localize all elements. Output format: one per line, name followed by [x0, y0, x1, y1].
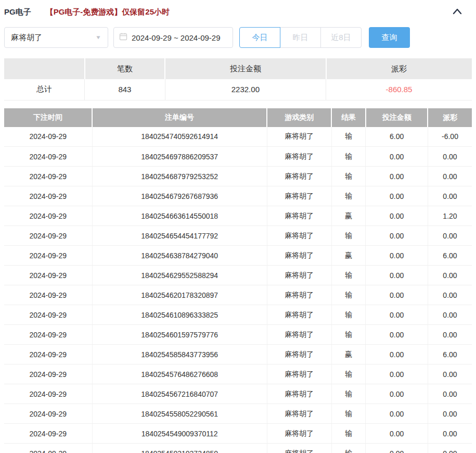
- payout-cell: 6.00: [428, 345, 472, 364]
- table-row: 2024-09-291840254654454177792麻将胡了输0.000.…: [4, 226, 472, 246]
- payout-cell: 0.00: [428, 226, 472, 246]
- bet-id-cell: 1840254576486276608: [92, 364, 267, 384]
- bet-amount-cell: 0.00: [366, 424, 428, 444]
- result-cell: 输: [331, 364, 366, 384]
- result-cell: 赢: [331, 206, 366, 226]
- bet-id-cell: 1840254654454177792: [92, 226, 267, 246]
- summary-header-bet-amount: 投注金额: [165, 58, 326, 79]
- bet-id-cell: 1840254740592614914: [92, 127, 267, 147]
- date-range-picker[interactable]: 2024-09-29 ~ 2024-09-29: [113, 27, 233, 48]
- payout-cell: 6.00: [428, 246, 472, 266]
- bet-amount-cell: 0.00: [366, 305, 428, 325]
- payout-cell: 0.00: [428, 364, 472, 384]
- result-cell: 输: [331, 444, 366, 453]
- summary-total-row: 总计 843 2232.00 -860.85: [4, 79, 472, 100]
- bet-id-cell: 1840254558052290561: [92, 404, 267, 424]
- bet-id-cell: 1840254567216840707: [92, 384, 267, 404]
- bet-time-cell: 2024-09-29: [4, 384, 92, 404]
- result-cell: 赢: [331, 345, 366, 364]
- table-row: 2024-09-291840254576486276608麻将胡了输0.000.…: [4, 364, 472, 384]
- bet-amount-cell: 0.00: [366, 285, 428, 305]
- bet-amount-cell: 0.00: [366, 206, 428, 226]
- bet-table-body: 2024-09-291840254740592614914麻将胡了输6.00-6…: [4, 127, 472, 453]
- bet-record-panel: PG电子 【PG电子-免费游戏】仅保留25小时 麻将胡了 ▼ 2024-09-2…: [0, 0, 476, 453]
- yesterday-button[interactable]: 昨日: [280, 27, 321, 48]
- bet-amount-cell: 0.00: [366, 404, 428, 424]
- column-payout: 派彩: [428, 108, 472, 127]
- today-button[interactable]: 今日: [239, 27, 280, 48]
- game-type-cell: 麻将胡了: [267, 325, 331, 345]
- table-row: 2024-09-291840254601597579776麻将胡了输0.000.…: [4, 325, 472, 345]
- table-row: 2024-09-291840254638784279040麻将胡了赢0.006.…: [4, 246, 472, 266]
- game-type-cell: 麻将胡了: [267, 345, 331, 364]
- table-row: 2024-09-291840254629552588294麻将胡了输0.000.…: [4, 266, 472, 285]
- bet-table: 下注时间 注单编号 游戏类别 结果 投注金额 派彩 2024-09-291840…: [4, 108, 472, 453]
- payout-cell: 0.00: [428, 147, 472, 167]
- bet-id-cell: 1840254663614550018: [92, 206, 267, 226]
- column-result: 结果: [331, 108, 366, 127]
- result-cell: 输: [331, 285, 366, 305]
- bet-id-cell: 1840254610896333825: [92, 305, 267, 325]
- bet-amount-cell: 0.00: [366, 345, 428, 364]
- bet-amount-cell: 0.00: [366, 364, 428, 384]
- bet-amount-cell: 0.00: [366, 246, 428, 266]
- game-type-cell: 麻将胡了: [267, 424, 331, 444]
- table-row: 2024-09-291840254620178320897麻将胡了输0.000.…: [4, 285, 472, 305]
- game-type-cell: 麻将胡了: [267, 226, 331, 246]
- result-cell: 赢: [331, 246, 366, 266]
- filter-row: 麻将胡了 ▼ 2024-09-29 ~ 2024-09-29 今日 昨日 近8日…: [4, 27, 472, 48]
- bet-time-cell: 2024-09-29: [4, 305, 92, 325]
- summary-header-payout: 派彩: [326, 58, 472, 79]
- game-type-cell: 麻将胡了: [267, 305, 331, 325]
- result-cell: 输: [331, 226, 366, 246]
- table-row: 2024-09-291840254679267687936麻将胡了输0.000.…: [4, 186, 472, 206]
- summary-header-row: 笔数 投注金额 派彩: [4, 58, 472, 79]
- bet-time-cell: 2024-09-29: [4, 226, 92, 246]
- panel-notice: 【PG电子-免费游戏】仅保留25小时: [46, 7, 170, 17]
- bet-id-cell: 1840254697886209537: [92, 147, 267, 167]
- bet-id-cell: 1840254585843773956: [92, 345, 267, 364]
- bet-amount-cell: 0.00: [366, 147, 428, 167]
- caret-down-icon: ▼: [95, 34, 101, 40]
- game-type-cell: 麻将胡了: [267, 147, 331, 167]
- query-button[interactable]: 查询: [369, 27, 410, 48]
- last-8-days-button[interactable]: 近8日: [320, 27, 362, 48]
- payout-cell: -6.00: [428, 127, 472, 147]
- bet-amount-cell: 0.00: [366, 266, 428, 285]
- bet-amount-cell: 0.00: [366, 167, 428, 186]
- game-type-cell: 麻将胡了: [267, 266, 331, 285]
- payout-cell: 0.00: [428, 384, 472, 404]
- result-cell: 输: [331, 325, 366, 345]
- game-select[interactable]: 麻将胡了 ▼: [4, 27, 108, 48]
- bet-id-cell: 1840254687979253252: [92, 167, 267, 186]
- collapse-panel-button[interactable]: [452, 7, 462, 17]
- result-cell: 输: [331, 305, 366, 325]
- bet-id-cell: 1840254601597579776: [92, 325, 267, 345]
- bet-id-cell: 1840254679267687936: [92, 186, 267, 206]
- panel-header: PG电子 【PG电子-免费游戏】仅保留25小时: [4, 0, 472, 21]
- bet-time-cell: 2024-09-29: [4, 424, 92, 444]
- table-row: 2024-09-291840254549009370112麻将胡了输0.000.…: [4, 424, 472, 444]
- bet-time-cell: 2024-09-29: [4, 127, 92, 147]
- game-type-cell: 麻将胡了: [267, 384, 331, 404]
- summary-total-payout: -860.85: [326, 79, 472, 100]
- summary-total-bet-amount: 2232.00: [165, 79, 326, 100]
- game-type-cell: 麻将胡了: [267, 206, 331, 226]
- payout-cell: 1.20: [428, 206, 472, 226]
- result-cell: 输: [331, 147, 366, 167]
- bet-id-cell: 1840254503102734850: [92, 444, 267, 453]
- panel-title: PG电子: [4, 7, 31, 17]
- payout-cell: 0.00: [428, 167, 472, 186]
- bet-time-cell: 2024-09-29: [4, 246, 92, 266]
- game-select-value: 麻将胡了: [11, 33, 95, 43]
- column-bet-time: 下注时间: [4, 108, 92, 127]
- bet-amount-cell: 0.00: [366, 384, 428, 404]
- bet-time-cell: 2024-09-29: [4, 147, 92, 167]
- summary-total-label: 总计: [4, 79, 85, 100]
- bet-amount-cell: 0.00: [366, 186, 428, 206]
- bet-time-cell: 2024-09-29: [4, 285, 92, 305]
- bet-id-cell: 1840254620178320897: [92, 285, 267, 305]
- bet-time-cell: 2024-09-29: [4, 444, 92, 453]
- summary-header-count: 笔数: [85, 58, 165, 79]
- bet-time-cell: 2024-09-29: [4, 345, 92, 364]
